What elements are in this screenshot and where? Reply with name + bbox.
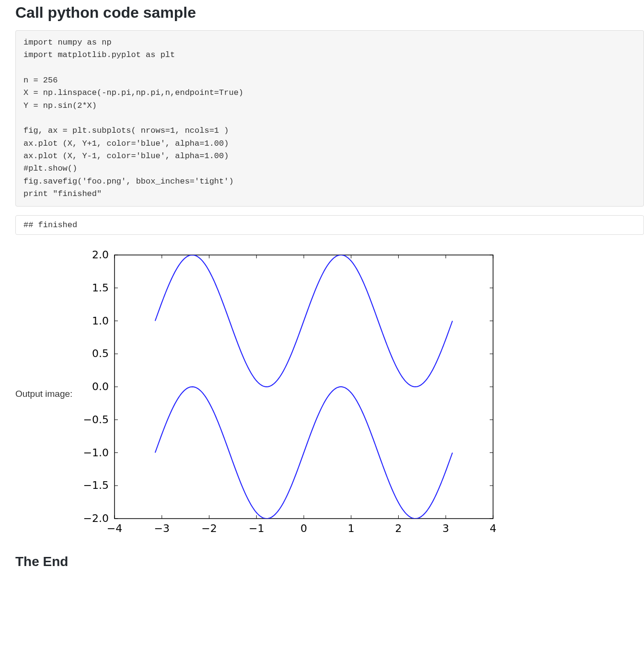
svg-text:2: 2 <box>395 522 402 534</box>
svg-rect-0 <box>115 255 493 519</box>
code-block: import numpy as np import matplotlib.pyp… <box>15 30 644 207</box>
svg-text:0: 0 <box>300 522 307 534</box>
svg-text:1.5: 1.5 <box>92 282 109 294</box>
svg-text:0.0: 0.0 <box>92 381 109 393</box>
svg-text:2.0: 2.0 <box>92 249 109 261</box>
svg-text:4: 4 <box>490 522 496 534</box>
svg-text:−1: −1 <box>249 522 264 534</box>
svg-text:−2.0: −2.0 <box>83 512 109 524</box>
svg-text:0.5: 0.5 <box>92 348 109 360</box>
stdout-output: ## finished <box>15 215 644 235</box>
end-heading: The End <box>15 554 644 569</box>
svg-text:−1.5: −1.5 <box>83 480 109 492</box>
svg-text:−2: −2 <box>202 522 217 534</box>
svg-text:−1.0: −1.0 <box>83 447 109 459</box>
svg-text:−3: −3 <box>154 522 170 534</box>
output-image-row: Output image: −4−3−2−101234−2.0−1.5−1.0−… <box>15 245 644 543</box>
output-image-label: Output image: <box>15 389 72 399</box>
output-chart: −4−3−2−101234−2.0−1.5−1.0−0.50.00.51.01.… <box>76 245 507 543</box>
svg-text:1.0: 1.0 <box>92 315 109 327</box>
svg-text:−0.5: −0.5 <box>83 414 109 426</box>
svg-text:3: 3 <box>443 522 449 534</box>
svg-text:1: 1 <box>348 522 355 534</box>
svg-text:−4: −4 <box>107 522 122 534</box>
section-heading: Call python code sample <box>15 4 644 22</box>
